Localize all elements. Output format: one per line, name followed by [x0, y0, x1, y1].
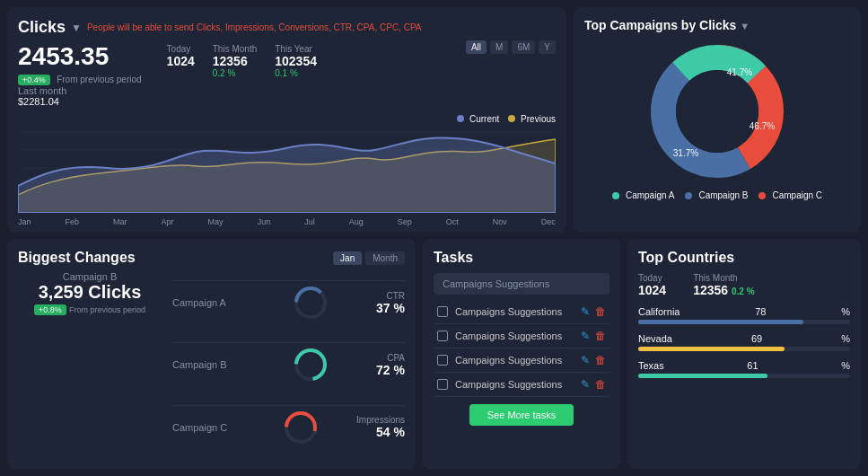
- country-name-texas: Texas: [638, 360, 664, 371]
- legend-campaign-a: Campaign A: [612, 190, 674, 200]
- task-actions-3: ✎ 🗑: [581, 378, 606, 391]
- clicks-panel: Clicks ▼ People will be able to send Cli…: [7, 7, 566, 232]
- delete-icon-0[interactable]: 🗑: [595, 305, 606, 318]
- progress-nevada: [638, 347, 850, 351]
- edit-icon-3[interactable]: ✎: [581, 378, 590, 391]
- chart-svg: [18, 114, 556, 213]
- task-actions-0: ✎ 🗑: [581, 305, 606, 318]
- campaign-a-metric: CTR 37 %: [376, 291, 405, 315]
- month-dec: Dec: [541, 217, 556, 226]
- task-checkbox-1[interactable]: [437, 331, 448, 341]
- see-more-button[interactable]: See More tasks: [469, 404, 574, 426]
- tasks-title: Tasks: [434, 250, 609, 266]
- this-year-change: 0.1 %: [275, 68, 298, 78]
- edit-icon-1[interactable]: ✎: [581, 330, 590, 342]
- legend-c-dot: [758, 192, 766, 199]
- legend-campaign-b: Campaign B: [685, 190, 748, 200]
- country-texas: Texas 61%: [638, 360, 850, 378]
- countries-today-value: 1024: [638, 283, 666, 297]
- campaign-b-metric: CPA 72 %: [376, 353, 405, 377]
- delete-icon-2[interactable]: 🗑: [595, 354, 606, 366]
- month-jul: Jul: [304, 217, 315, 226]
- task-item-0: Campaigns Suggestions ✎ 🗑: [434, 300, 609, 324]
- task-category: Campaigns Suggestions: [434, 273, 609, 295]
- task-checkbox-3[interactable]: [437, 379, 448, 390]
- clicks-subtitle: People will be able to send Clicks, Impr…: [87, 22, 422, 32]
- top-campaign-name: Campaign B: [18, 271, 162, 282]
- delete-icon-1[interactable]: 🗑: [595, 330, 606, 342]
- this-month-change: 0.2 %: [213, 68, 236, 78]
- this-month-stat: This Month 12356 0.2 %: [213, 44, 257, 78]
- top-clicks: 3,259 Clicks: [18, 282, 162, 303]
- period-selector: Jan Month: [333, 251, 405, 265]
- this-month-value: 12356: [213, 54, 257, 68]
- last-month-row: Last month $2281.04: [18, 85, 142, 107]
- filter-all[interactable]: All: [466, 40, 487, 54]
- countries-today-label: Today: [638, 273, 666, 283]
- task-checkbox-2[interactable]: [437, 355, 448, 366]
- top-change-text: From previous period: [69, 305, 145, 314]
- legend-a-dot: [612, 192, 619, 199]
- legend-campaign-c: Campaign C: [758, 190, 822, 200]
- current-dot: [457, 115, 464, 122]
- change-badge: +0.4%: [18, 75, 50, 85]
- edit-icon-2[interactable]: ✎: [581, 354, 590, 366]
- donut-svg: 41.7% 46.7% 31.7%: [636, 31, 798, 192]
- countries-today: Today 1024: [638, 273, 666, 297]
- task-label-0: Campaigns Suggestions: [455, 306, 562, 317]
- bottom-section: Biggest Changes Jan Month Campaign B 3,2…: [7, 239, 861, 469]
- campaign-c-metric-label: Impressions: [356, 415, 405, 425]
- chevron-down-icon: ▼: [71, 22, 82, 34]
- svg-point-8: [676, 70, 758, 153]
- this-year-value: 102354: [275, 54, 317, 68]
- campaign-c-metric-value: 54 %: [356, 425, 405, 439]
- last-month-value: $2281.04: [18, 96, 59, 107]
- filter-m[interactable]: M: [490, 40, 508, 54]
- progress-texas: [638, 374, 850, 378]
- filter-y[interactable]: Y: [539, 40, 556, 54]
- campaign-a-circle: [293, 285, 329, 321]
- progress-california: [638, 320, 850, 324]
- change-text: From previous period: [57, 75, 141, 84]
- top-countries-panel: Top Countries Today 1024 This Month 1235…: [627, 239, 861, 469]
- delete-icon-3[interactable]: 🗑: [595, 378, 606, 391]
- line-chart: Current Previous Ja: [18, 114, 556, 231]
- country-nevada: Nevada 69%: [638, 333, 850, 351]
- campaign-row-c: Campaign C Impressions 54 %: [172, 405, 405, 449]
- clicks-title: Clicks: [18, 18, 66, 37]
- chart-legend: Current Previous: [457, 114, 556, 124]
- today-label: Today: [167, 44, 195, 54]
- country-california: California 78%: [638, 306, 850, 324]
- task-checkbox-0[interactable]: [437, 306, 448, 317]
- today-stat: Today 1024: [167, 44, 195, 78]
- task-label-1: Campaigns Suggestions: [455, 331, 562, 341]
- edit-icon-0[interactable]: ✎: [581, 305, 590, 318]
- campaign-a-metric-label: CTR: [376, 291, 405, 301]
- main-value: 2453.35: [18, 42, 142, 71]
- month-oct: Oct: [446, 217, 459, 226]
- countries-month-change: 0.2 %: [732, 286, 755, 296]
- this-year-stat: This Year 102354 0.1 %: [275, 44, 317, 78]
- today-value: 1024: [167, 54, 195, 68]
- month-nov: Nov: [493, 217, 507, 226]
- donut-chart-container: 41.7% 46.7% 31.7%: [584, 40, 850, 183]
- month-feb: Feb: [66, 217, 80, 226]
- last-month-label: Last month: [18, 85, 66, 96]
- campaign-a-label: Campaign A: [172, 297, 244, 308]
- month-selector[interactable]: Month: [365, 251, 405, 265]
- countries-title: Top Countries: [638, 250, 850, 266]
- campaign-b-metric-value: 72 %: [376, 363, 405, 377]
- campaign-row-a: Campaign A CTR 37 %: [172, 280, 405, 324]
- filter-6m[interactable]: 6M: [512, 40, 535, 54]
- campaign-b-metric-label: CPA: [376, 353, 405, 363]
- donut-panel: Top Campaigns by Clicks ▼ 41.7% 46.7% 31…: [574, 7, 861, 232]
- campaign-c-circle: [283, 410, 319, 445]
- previous-dot: [508, 115, 515, 122]
- countries-stats: Today 1024 This Month 12356 0.2 %: [638, 273, 850, 297]
- this-month-label: This Month: [213, 44, 257, 54]
- country-name-california: California: [638, 306, 679, 317]
- countries-this-month: This Month 12356 0.2 %: [693, 273, 754, 297]
- biggest-changes-panel: Biggest Changes Jan Month Campaign B 3,2…: [7, 239, 416, 469]
- jan-selector[interactable]: Jan: [333, 251, 362, 265]
- task-actions-1: ✎ 🗑: [581, 330, 606, 342]
